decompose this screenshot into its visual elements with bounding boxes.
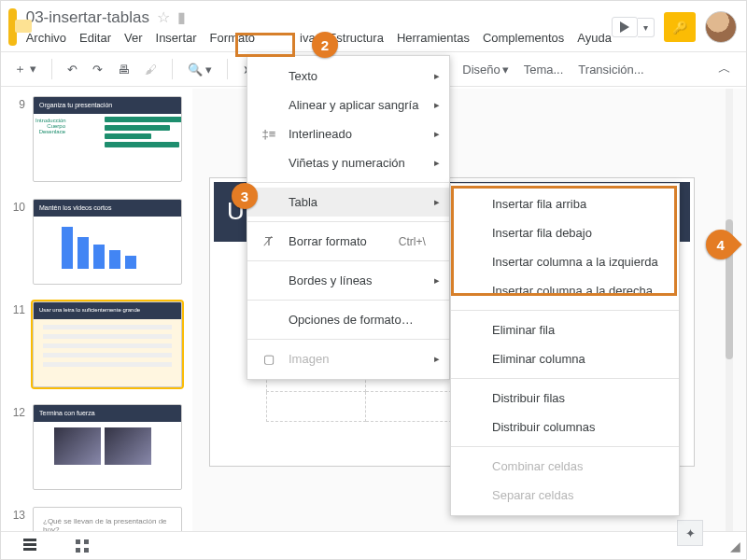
menu-format[interactable]: Formato [210,29,255,47]
canvas-scrollbar[interactable] [726,89,733,531]
zoom-button[interactable]: 🔍 ▾ [184,59,217,80]
play-icon [620,21,629,33]
menu-addons[interactable]: Complementos [483,29,564,47]
menu-item-image: ▢Imagen [247,344,449,373]
menu-tools[interactable]: Herramientas [397,29,470,47]
star-icon[interactable]: ☆ [157,8,170,26]
thumb-number: 10 [8,199,25,214]
table-submenu: Insertar fila arriba Insertar fila debaj… [450,183,680,516]
menu-item-format-options[interactable]: Opciones de formato… [247,305,449,334]
submenu-distribute-cols[interactable]: Distribuir columnas [451,413,679,441]
thumb-title: ¿Qué se llevan de la presentación de hoy… [34,508,181,531]
submenu-delete-row[interactable]: Eliminar fila [451,315,679,344]
menu-item-align[interactable]: Alinear y aplicar sangría [247,91,449,119]
transition-button[interactable]: Transición... [574,59,647,80]
line-spacing-icon: ‡≡ [261,127,277,141]
paint-format-button[interactable]: 🖌 [141,59,161,80]
thumb-number: 9 [8,96,25,111]
submenu-merge-cells: Combinar celdas [451,452,679,481]
image-icon: ▢ [261,352,277,366]
thumb-number: 11 [8,301,25,316]
menu-item-text[interactable]: Texto [247,62,449,91]
slide-thumbnails-panel[interactable]: 9 Organiza tu presentación IntroducciónC… [1,89,192,531]
menu-file[interactable]: Archivo [26,29,66,47]
menu-insert[interactable]: Insertar [156,29,197,47]
design-button[interactable]: Diseño ▾ [458,59,512,80]
account-avatar[interactable] [705,11,737,43]
submenu-insert-col-right[interactable]: Insertar columna a la derecha [451,276,679,305]
redo-button[interactable]: ↷ [89,59,106,80]
callout-badge-2: 2 [312,32,338,58]
print-button[interactable]: 🖶 [114,59,134,80]
present-button[interactable] [612,17,638,37]
submenu-delete-col[interactable]: Eliminar columna [451,344,679,373]
lock-icon: 🔑 [672,21,687,35]
thumb-title: Mantén los videos cortos [34,200,181,217]
undo-button[interactable]: ↶ [63,59,81,80]
callout-badge-3: 3 [232,183,258,209]
submenu-insert-row-above[interactable]: Insertar fila arriba [451,189,679,218]
menu-edit[interactable]: Editar [79,29,111,47]
document-title[interactable]: 03-insertar-tablas [26,8,149,27]
thumbnail-11[interactable]: 11 Usar una letra lo suficientemente gra… [8,301,185,387]
menu-item-borders[interactable]: Bordes y líneas [247,266,449,295]
menu-help[interactable]: Ayuda [577,29,612,47]
menu-view[interactable]: Ver [124,29,143,47]
shortcut-label: Ctrl+\ [376,235,426,248]
thumbnail-10[interactable]: 10 Mantén los videos cortos [8,199,185,285]
thumbnail-9[interactable]: 9 Organiza tu presentación IntroducciónC… [8,96,185,182]
title-bar: 03-insertar-tablas ☆ ▮ Archivo Editar Ve… [1,1,746,51]
menu-item-clear-format[interactable]: T̸Borrar formatoCtrl+\ [247,227,449,256]
resize-corner-icon: ◢ [730,539,740,553]
slides-app-icon[interactable] [8,8,17,46]
format-dropdown: Texto Alinear y aplicar sangría ‡≡Interl… [247,55,450,380]
thumb-title: Organiza tu presentación [34,97,181,114]
status-bar [1,531,746,559]
menu-item-bullets[interactable]: Viñetas y numeración [247,148,449,177]
theme-button[interactable]: Tema... [520,59,568,80]
menu-item-line-spacing[interactable]: ‡≡Interlineado [247,119,449,148]
clear-format-icon: T̸ [261,234,277,248]
new-slide-button[interactable]: ＋ ▾ [10,57,40,81]
thumbnail-12[interactable]: 12 Termina con fuerza [8,404,185,490]
menu-item-table[interactable]: Tabla [247,188,449,217]
thumb-number: 13 [8,507,25,522]
filmstrip-view-icon[interactable] [23,539,36,553]
explore-button[interactable]: ✦ [677,520,703,546]
thumb-title: Termina con fuerza [34,405,181,422]
collapse-toolbar-icon[interactable]: ︿ [718,61,737,77]
thumb-number: 12 [8,404,25,419]
folder-icon[interactable]: ▮ [177,8,186,26]
submenu-insert-row-below[interactable]: Insertar fila debajo [451,218,679,247]
grid-view-icon[interactable] [76,539,89,553]
submenu-distribute-rows[interactable]: Distribuir filas [451,384,679,413]
thumbnail-13[interactable]: 13 ¿Qué se llevan de la presentación de … [8,507,185,531]
submenu-split-cells: Separar celdas [451,481,679,510]
present-dropdown[interactable]: ▾ [638,18,655,37]
submenu-insert-col-left[interactable]: Insertar columna a la izquierda [451,247,679,276]
thumb-title: Usar una letra lo suficientemente grande [34,302,181,319]
share-button[interactable]: 🔑 [664,12,696,42]
